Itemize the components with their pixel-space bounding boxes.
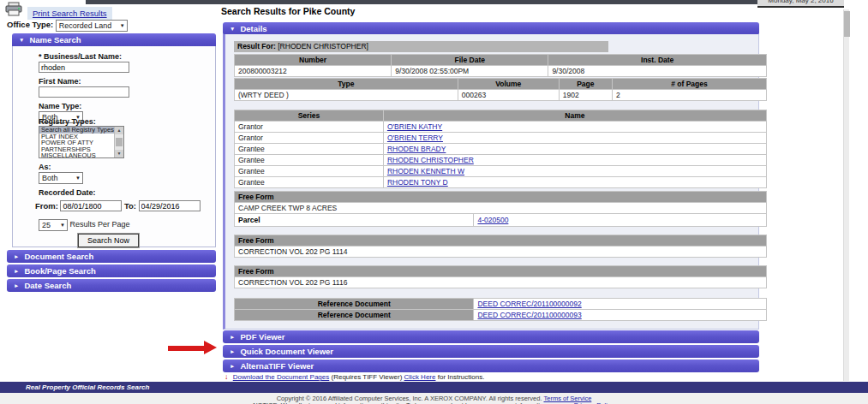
results-per-page-select[interactable]: 25 ▼ [39, 219, 68, 231]
document-search-panel[interactable]: ► Document Search [7, 250, 216, 263]
type-volume-table: Type Volume Page # of Pages (WRTY DEED )… [234, 78, 767, 101]
number-cell: 200800003212 [235, 66, 392, 77]
requires-tiff-text: (Requires TIFF Viewer) [331, 373, 402, 381]
free-form-section-3: Free Form CORRECTION VOL 202 PG 1116 [234, 265, 767, 288]
from-label: From: [35, 201, 58, 211]
table-header-row: Free Form [235, 192, 767, 203]
alternatiff-viewer-panel[interactable]: ► AlternaTIFF Viewer [223, 359, 759, 372]
reference-document-link[interactable]: DEED CORREC/201100000093 [477, 311, 581, 319]
book-page-search-panel[interactable]: ► Book/Page Search [7, 264, 216, 277]
recorded-date-label: Recorded Date: [39, 188, 96, 197]
free-form-header: Free Form [235, 266, 767, 277]
pdf-viewer-panel[interactable]: ► PDF Viewer [223, 330, 759, 343]
name-link[interactable]: O'BRIEN KATHY [387, 122, 442, 131]
business-last-name-input[interactable] [39, 62, 129, 73]
expand-arrow-icon: ► [230, 348, 235, 354]
num-pages-cell: 2 [612, 90, 766, 101]
as-select[interactable]: Both ▼ [39, 172, 83, 184]
table-header-row: Type Volume Page # of Pages [235, 79, 767, 90]
name-link[interactable]: O'BRIEN TERRY [387, 134, 443, 142]
dropdown-arrow-icon: ▼ [75, 175, 81, 181]
expand-arrow-icon: ► [230, 334, 235, 340]
expand-arrow-icon: ► [14, 268, 19, 274]
inst-date-cell: 9/30/2008 [548, 66, 767, 77]
office-type-row: Office Type: Recorded Land ▼ [7, 20, 128, 32]
details-panel-body: Result For: [RHODEN CHRISTOPHER] Number … [223, 34, 759, 330]
column-header: Type [235, 79, 458, 90]
name-search-header[interactable]: ▼ Name Search [12, 33, 216, 46]
office-type-select[interactable]: Recorded Land ▼ [56, 20, 128, 32]
table-row: Grantee RHODEN BRADY [235, 144, 767, 155]
free-form-section-2: Free Form CORRECTION VOL 202 PG 1114 [234, 235, 767, 258]
to-date-input[interactable] [139, 200, 201, 211]
parcel-link[interactable]: 4-020500 [477, 216, 508, 224]
instructions-text: for Instructions. [438, 373, 485, 381]
first-name-input[interactable] [39, 86, 129, 98]
business-last-name-label: * Business/Last Name: [39, 52, 122, 61]
scroll-down-icon[interactable]: ▼ [115, 150, 123, 157]
table-row: (WRTY DEED ) 000263 1902 2 [235, 90, 767, 101]
table-row: Grantor O'BRIEN KATHY [235, 122, 767, 133]
click-here-link[interactable]: Click Here [404, 373, 436, 381]
name-search-body: * Business/Last Name: First Name: Name T… [12, 46, 216, 247]
print-search-results-box: Print Search Results [27, 7, 112, 20]
office-type-value: Recorded Land [59, 21, 112, 30]
scroll-up-icon[interactable]: ▲ [115, 127, 123, 134]
document-search-title: Document Search [24, 252, 93, 261]
collapse-arrow-icon: ▼ [230, 26, 235, 32]
results-per-page-row: 25 ▼ Results Per Page [39, 219, 130, 231]
registry-options: Search all Registry Types PLAT INDEX POW… [39, 127, 114, 157]
date-text: Monday, May 2, 2016 [757, 0, 844, 4]
registry-option[interactable]: MISCELLANEOUS [39, 152, 114, 157]
column-header: Number [235, 55, 392, 66]
name-search-panel: ▼ Name Search * Business/Last Name: Firs… [12, 33, 216, 247]
quick-document-viewer-panel[interactable]: ► Quick Document Viewer [223, 345, 759, 358]
footer-bar-text: Real Property Official Records Search [26, 383, 149, 391]
name-link[interactable]: RHODEN CHRISTOPHER [387, 156, 474, 164]
search-now-button[interactable]: Search Now [78, 234, 139, 247]
type-cell: (WRTY DEED ) [235, 90, 458, 101]
office-type-label: Office Type: [7, 20, 53, 29]
table-row: Grantee RHODEN KENNETH W [235, 166, 767, 177]
name-link[interactable]: RHODEN TONY D [387, 178, 448, 187]
expand-arrow-icon: ► [230, 363, 235, 369]
free-form-value: CAMP CREEK TWP 8 ACRES [235, 203, 767, 214]
printer-icon [5, 2, 22, 16]
listbox-scrollbar[interactable]: ▲ ▼ [114, 127, 123, 157]
document-summary-table: Number File Date Inst. Date 200800003212… [234, 54, 767, 77]
details-panel-header[interactable]: ▼ Details [223, 22, 759, 35]
free-form-header: Free Form [235, 192, 767, 203]
series-cell: Grantee [235, 155, 384, 166]
from-date-input[interactable] [60, 200, 122, 211]
result-for-label: Result For: [237, 42, 276, 50]
as-label: As: [39, 163, 51, 171]
download-arrow-icon: ↓ [224, 372, 229, 381]
parcel-label: Parcel [235, 214, 474, 227]
listbox-scrollbar-thumb[interactable] [116, 138, 123, 146]
name-link[interactable]: RHODEN BRADY [387, 145, 446, 153]
free-form-section-1: Free Form CAMP CREEK TWP 8 ACRES Parcel … [234, 191, 767, 227]
registry-types-label: Registry Types: [39, 117, 96, 126]
print-search-results-link[interactable]: Print Search Results [33, 9, 107, 18]
dropdown-arrow-icon: ▼ [60, 223, 65, 228]
download-document-pages-link[interactable]: Download the Document Pages [233, 373, 330, 381]
file-date-cell: 9/30/2008 02:55:00PM [392, 66, 548, 77]
expand-arrow-icon: ► [14, 282, 19, 288]
first-name-label: First Name: [39, 77, 81, 86]
date-search-panel[interactable]: ► Date Search [7, 279, 216, 292]
reference-document-link[interactable]: DEED CORREC/201100000092 [477, 300, 581, 308]
as-value: Both [42, 174, 58, 182]
date-display: Monday, May 2, 2016 [757, 0, 844, 8]
table-row: Grantee RHODEN CHRISTOPHER [235, 155, 767, 166]
results-per-page-label: Results Per Page [70, 220, 130, 229]
column-header: Page [559, 79, 612, 90]
page-scrollbar[interactable] [843, 9, 849, 381]
table-row: CORRECTION VOL 202 PG 1116 [235, 277, 767, 288]
browser-top-strip [86, 0, 757, 4]
free-form-value: CORRECTION VOL 202 PG 1116 [235, 277, 767, 288]
expand-arrow-icon: ► [14, 253, 19, 259]
reference-label: Reference Document [235, 299, 474, 310]
registry-types-listbox[interactable]: Search all Registry Types PLAT INDEX POW… [39, 126, 124, 158]
name-link[interactable]: RHODEN KENNETH W [387, 167, 464, 175]
page-scrollbar-thumb[interactable] [844, 11, 850, 37]
